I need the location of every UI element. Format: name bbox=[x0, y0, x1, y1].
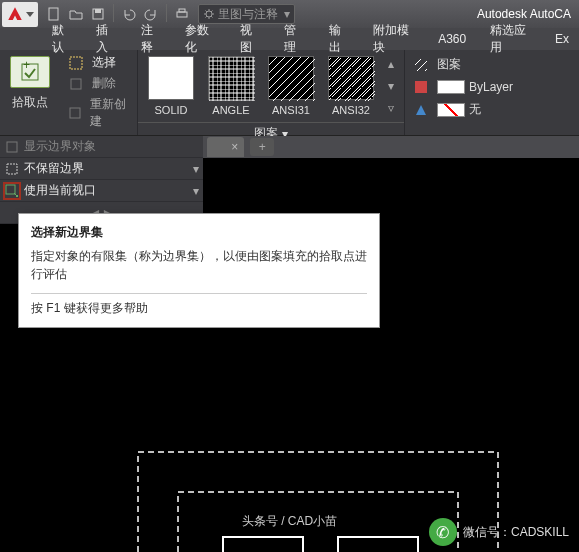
tab-a360[interactable]: A360 bbox=[428, 30, 476, 48]
color-swatch bbox=[437, 103, 465, 117]
tooltip-body: 指定对象的有限集（称为边界集），以便由图案填充的拾取点进行评估 bbox=[31, 247, 367, 283]
keep-boundary-dropdown[interactable]: 不保留边界 ▾ bbox=[0, 158, 203, 180]
pick-points-button[interactable]: + bbox=[10, 56, 50, 88]
gear-icon bbox=[203, 8, 215, 20]
ribbon-tabs: 默认 插入 注释 参数化 视图 管理 输出 附加模块 A360 精选应用 Ex bbox=[0, 28, 579, 50]
svg-rect-15 bbox=[415, 81, 427, 93]
recreate-icon bbox=[68, 105, 82, 121]
tooltip-title: 选择新边界集 bbox=[31, 224, 367, 241]
color-icon bbox=[413, 79, 429, 95]
bgcolor-icon bbox=[413, 102, 429, 118]
svg-rect-14 bbox=[415, 59, 427, 71]
svg-rect-16 bbox=[7, 142, 17, 152]
watermark-text: 微信号：CADSKILL bbox=[463, 524, 569, 541]
svg-rect-8 bbox=[70, 57, 82, 69]
plus-icon: + bbox=[259, 140, 266, 154]
chevron-down-icon: ▾ bbox=[193, 162, 199, 176]
use-viewport-dropdown[interactable]: 使用当前视口 ▾ bbox=[0, 180, 203, 202]
tab-express[interactable]: Ex bbox=[545, 30, 579, 48]
ribbon-properties-panel: 图案 ByLayer 无 bbox=[404, 50, 521, 135]
tooltip: 选择新边界集 指定对象的有限集（称为边界集），以便由图案填充的拾取点进行评估 按… bbox=[18, 213, 380, 328]
divider bbox=[31, 293, 367, 294]
ribbon-pick-panel: + 拾取点 bbox=[0, 50, 60, 135]
tooltip-help: 按 F1 键获得更多帮助 bbox=[31, 300, 367, 317]
app-title: Autodesk AutoCA bbox=[477, 7, 571, 21]
scroll-down-icon[interactable]: ▾ bbox=[388, 79, 394, 93]
color-swatch bbox=[437, 80, 465, 94]
svg-rect-18 bbox=[6, 185, 15, 194]
delete-button: 删除 bbox=[68, 75, 129, 92]
dropdown-icon: ▾ bbox=[284, 7, 290, 21]
hatch-icon bbox=[413, 57, 429, 73]
boundary-keep-icon bbox=[4, 161, 20, 177]
document-tab[interactable]: × bbox=[207, 137, 244, 157]
boundary-options-panel: 显示边界对象 不保留边界 ▾ 使用当前视口 ▾ ◄► bbox=[0, 136, 203, 224]
ribbon: + 拾取点 选择 删除 重新创建 SOLID ANGLE bbox=[0, 50, 579, 136]
svg-rect-21 bbox=[223, 537, 303, 552]
delete-icon bbox=[68, 76, 84, 92]
svg-rect-22 bbox=[338, 537, 418, 552]
wechat-icon: ✆ bbox=[429, 518, 457, 546]
select-button[interactable]: 选择 bbox=[68, 54, 129, 71]
pattern-type-dropdown[interactable]: 图案 bbox=[413, 56, 513, 73]
scroll-up-icon[interactable]: ▴ bbox=[388, 57, 394, 71]
svg-rect-0 bbox=[49, 8, 58, 20]
footer-credit: 头条号 / CAD小苗 bbox=[242, 513, 337, 530]
expand-icon[interactable]: ▿ bbox=[388, 101, 394, 115]
svg-rect-17 bbox=[7, 164, 17, 174]
background-dropdown[interactable]: 无 bbox=[413, 101, 513, 118]
pattern-ansi32[interactable]: ANSI32 bbox=[328, 56, 374, 116]
close-icon[interactable]: × bbox=[231, 140, 238, 154]
svg-rect-13 bbox=[329, 57, 375, 101]
svg-rect-12 bbox=[269, 57, 315, 101]
boundary-show-icon bbox=[4, 139, 20, 155]
watermark: ✆ 微信号：CADSKILL bbox=[429, 518, 569, 546]
select-boundary-set-icon[interactable] bbox=[4, 183, 20, 199]
svg-text:+: + bbox=[23, 61, 30, 72]
pattern-swatch-icon bbox=[148, 56, 194, 100]
svg-rect-3 bbox=[177, 12, 187, 17]
app-menu-button[interactable] bbox=[2, 2, 38, 27]
new-tab-button[interactable]: + bbox=[250, 138, 274, 156]
pattern-solid[interactable]: SOLID bbox=[148, 56, 194, 116]
show-boundary-row: 显示边界对象 bbox=[0, 136, 203, 158]
pattern-angle[interactable]: ANGLE bbox=[208, 56, 254, 116]
select-icon bbox=[68, 55, 84, 71]
tab-label bbox=[217, 140, 220, 154]
chevron-down-icon: ▾ bbox=[193, 184, 199, 198]
ribbon-pattern-panel: SOLID ANGLE ANSI31 ANSI32 ▴ ▾ ▿ 图案 ▾ bbox=[138, 50, 404, 135]
pattern-swatch-icon bbox=[208, 56, 254, 100]
ribbon-boundary-panel: 选择 删除 重新创建 bbox=[60, 50, 138, 135]
svg-rect-10 bbox=[70, 108, 80, 118]
svg-rect-4 bbox=[179, 9, 185, 12]
document-tabs: × + bbox=[203, 136, 579, 158]
pick-points-label: 拾取点 bbox=[12, 94, 48, 111]
svg-rect-2 bbox=[95, 9, 101, 13]
recreate-button: 重新创建 bbox=[68, 96, 129, 130]
pattern-ansi31[interactable]: ANSI31 bbox=[268, 56, 314, 116]
svg-rect-9 bbox=[71, 79, 81, 89]
color-dropdown[interactable]: ByLayer bbox=[413, 79, 513, 95]
pattern-swatch-icon bbox=[268, 56, 314, 100]
svg-rect-11 bbox=[209, 57, 255, 101]
pattern-swatch-icon bbox=[328, 56, 374, 100]
